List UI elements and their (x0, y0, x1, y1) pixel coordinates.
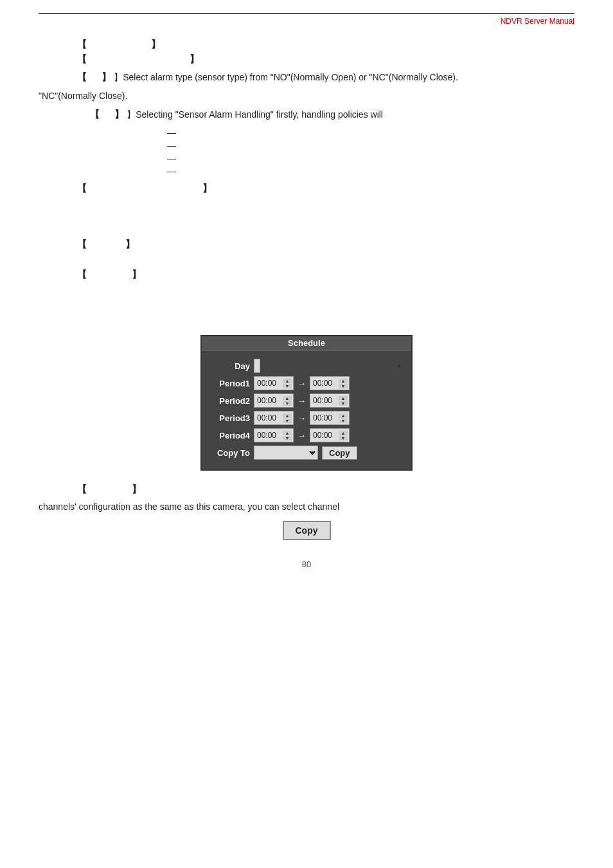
schedule-period4-row: Period4 00:00 ▲ ▼ → 00:00 ▲ ▼ (208, 428, 405, 442)
period4-end-up[interactable]: ▲ (339, 431, 348, 435)
bracket-section-2: 【 】 (77, 239, 574, 251)
period4-start-up[interactable]: ▲ (283, 431, 292, 435)
period4-start-input[interactable]: 00:00 ▲ ▼ (254, 428, 294, 442)
period4-end-val: 00:00 (312, 431, 332, 440)
period1-end-up[interactable]: ▲ (339, 379, 348, 383)
period3-arrow: → (298, 413, 306, 423)
sensor-alarm-text: 】Selecting "Sensor Alarm Handling" first… (127, 109, 383, 120)
copy-to-row: Copy To Copy (208, 446, 405, 460)
period2-end-up[interactable]: ▲ (339, 396, 348, 401)
dash-item-4 (167, 166, 574, 176)
period1-start-up[interactable]: ▲ (283, 379, 292, 383)
period1-end-spin[interactable]: ▲ ▼ (339, 377, 348, 390)
day-select-wrapper[interactable] (254, 359, 405, 373)
period1-start-down[interactable]: ▼ (283, 384, 292, 388)
bracket-copy-left: 【 (77, 484, 87, 496)
day-select[interactable] (254, 359, 260, 373)
period2-label: Period2 (208, 396, 250, 406)
period2-start-up[interactable]: ▲ (283, 396, 292, 401)
period2-start-val: 00:00 (256, 396, 276, 405)
bracket-right-2: 】 (190, 53, 199, 66)
schedule-day-row: Day (208, 359, 405, 373)
sensor-space (102, 109, 112, 120)
period2-start-down[interactable]: ▼ (283, 401, 292, 406)
copy-to-select-wrapper[interactable] (254, 446, 318, 460)
period2-end-down[interactable]: ▼ (339, 401, 348, 406)
period4-end-down[interactable]: ▼ (339, 436, 348, 440)
header-title: NDVR Server Manual (501, 17, 574, 26)
period3-end-input[interactable]: 00:00 ▲ ▼ (310, 411, 350, 425)
bracket-line-2: 【 】 (77, 53, 574, 66)
period1-end-val: 00:00 (312, 379, 332, 388)
schedule-inner: Day Period1 00:00 ▲ ▼ (202, 350, 411, 469)
dash-item-3 (167, 153, 574, 163)
schedule-wrapper: Schedule Day Period1 00:00 (39, 335, 574, 471)
sensor-bracket-left: 【 (90, 109, 100, 120)
copy-button[interactable]: Copy (322, 446, 357, 460)
period3-end-up[interactable]: ▲ (339, 413, 348, 418)
period2-end-val: 00:00 (312, 396, 332, 405)
alarm-type-close: "NC"(Normally Close). (39, 89, 574, 103)
sensor-alarm-para: 【 】 】Selecting "Sensor Alarm Handling" f… (90, 107, 574, 122)
page-number: 80 (39, 559, 574, 569)
period3-start-input[interactable]: 00:00 ▲ ▼ (254, 411, 294, 425)
dash-item-2 (167, 140, 574, 150)
period2-start-input[interactable]: 00:00 ▲ ▼ (254, 393, 294, 408)
dash-list (167, 127, 574, 176)
period1-label: Period1 (208, 379, 250, 388)
period2-end-spin[interactable]: ▲ ▼ (339, 394, 348, 407)
schedule-period1-row: Period1 00:00 ▲ ▼ → 00:00 ▲ ▼ (208, 376, 405, 390)
alarm-bracket-right: 】 (102, 71, 111, 82)
period2-end-input[interactable]: 00:00 ▲ ▼ (310, 393, 350, 408)
bracket-line-1: 【 】 (77, 39, 574, 51)
copy-to-label: Copy To (208, 448, 250, 458)
schedule-box: Schedule Day Period1 00:00 (200, 335, 413, 471)
period3-label: Period3 (208, 413, 250, 423)
period1-start-val: 00:00 (256, 379, 276, 388)
schedule-title: Schedule (202, 336, 411, 350)
day-label: Day (208, 361, 250, 371)
period4-arrow: → (298, 431, 306, 440)
bracket-left-2: 【 (77, 53, 87, 66)
copy-button-center-wrapper: Copy (39, 521, 574, 540)
sensor-bracket-right: 】 (114, 109, 124, 120)
period4-start-spin[interactable]: ▲ ▼ (283, 429, 292, 442)
alarm-bracket-left: 【 (77, 71, 87, 82)
bracket-right-1: 】 (151, 39, 161, 51)
bracket-copy-right: 】 (132, 484, 141, 496)
period1-arrow: → (298, 379, 306, 388)
period3-start-down[interactable]: ▼ (283, 419, 292, 423)
period1-start-spin[interactable]: ▲ ▼ (283, 377, 292, 390)
period1-end-down[interactable]: ▼ (339, 384, 348, 388)
period1-end-input[interactable]: 00:00 ▲ ▼ (310, 376, 350, 390)
bracket-copy-section: 【 】 (77, 484, 574, 496)
period3-end-spin[interactable]: ▲ ▼ (339, 411, 348, 424)
bracket-section-3: 【 】 (77, 269, 574, 281)
period4-start-val: 00:00 (256, 431, 276, 440)
bracket-left-1: 【 (77, 39, 87, 51)
period1-start-input[interactable]: 00:00 ▲ ▼ (254, 376, 294, 390)
alarm-type-para: 【 】 】Select alarm type (sensor type) fro… (77, 69, 574, 85)
period4-end-input[interactable]: 00:00 ▲ ▼ (310, 428, 350, 442)
dash-item-1 (167, 127, 574, 138)
period3-start-up[interactable]: ▲ (283, 413, 292, 418)
period4-start-down[interactable]: ▼ (283, 436, 292, 440)
copy-channels-text: channels' configuration as the same as t… (39, 500, 574, 514)
period3-start-val: 00:00 (256, 413, 276, 422)
period3-start-spin[interactable]: ▲ ▼ (283, 411, 292, 424)
page-container: NDVR Server Manual 【 】 【 】 【 】 】Select a… (0, 0, 613, 595)
period4-end-spin[interactable]: ▲ ▼ (339, 429, 348, 442)
period2-start-spin[interactable]: ▲ ▼ (283, 394, 292, 407)
copy-to-select[interactable] (254, 446, 318, 460)
header-bar: NDVR Server Manual (39, 13, 574, 32)
copy-button-large[interactable]: Copy (283, 521, 331, 540)
alarm-type-text: 】Select alarm type (sensor type) from "N… (114, 72, 458, 82)
schedule-period2-row: Period2 00:00 ▲ ▼ → 00:00 ▲ ▼ (208, 393, 405, 408)
period3-end-val: 00:00 (312, 413, 332, 422)
period2-arrow: → (298, 396, 306, 406)
schedule-period3-row: Period3 00:00 ▲ ▼ → 00:00 ▲ ▼ (208, 411, 405, 425)
period4-label: Period4 (208, 431, 250, 440)
alarm-space (89, 72, 100, 82)
bracket-section-1: 【 】 (77, 183, 574, 195)
period3-end-down[interactable]: ▼ (339, 419, 348, 423)
